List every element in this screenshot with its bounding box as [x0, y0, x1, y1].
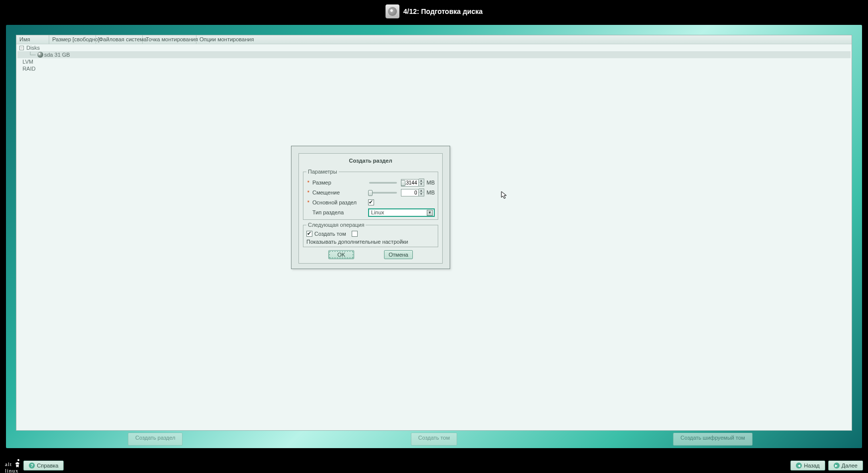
- params-legend: Параметры: [306, 169, 339, 175]
- tree-node-sda[interactable]: sda 31 GB: [17, 51, 851, 58]
- table-header-row: Имя Размер [свободно] Файловая система Т…: [16, 35, 852, 44]
- create-partition-button[interactable]: Создать раздел: [128, 433, 183, 446]
- next-op-legend: Следующая операция: [306, 222, 366, 228]
- chevron-down-icon[interactable]: ▼: [427, 210, 433, 216]
- type-value: Linux: [371, 209, 384, 215]
- cancel-button[interactable]: Отмена: [384, 250, 412, 259]
- back-label: Назад: [804, 463, 820, 469]
- required-mark: *: [306, 189, 310, 195]
- slider-track: [369, 182, 397, 184]
- offset-label: Смещение: [312, 189, 366, 195]
- create-volume-label: Создать том: [314, 231, 346, 237]
- create-volume-button[interactable]: Создать том: [411, 433, 457, 446]
- size-unit: MB: [427, 180, 435, 186]
- col-mountopts[interactable]: Опции монтирования: [196, 35, 852, 44]
- page-header: 4/12: Подготовка диска: [0, 0, 868, 22]
- next-label: Далее: [842, 463, 858, 469]
- offset-unit: MB: [427, 189, 435, 195]
- altlinux-logo: alt linux: [5, 458, 20, 473]
- ok-button[interactable]: OK: [328, 250, 354, 259]
- row-type: * Тип раздела Linux ▼: [306, 207, 435, 217]
- tree-node-disks[interactable]: − Disks: [17, 44, 851, 51]
- row-primary: * Основной раздел: [306, 197, 435, 207]
- primary-label: Основной раздел: [312, 199, 366, 205]
- primary-checkbox[interactable]: [368, 199, 374, 205]
- params-fieldset: Параметры * Размер ▴ ▾ MB *: [303, 169, 438, 220]
- disk-icon: [386, 4, 399, 18]
- page-title: 4/12: Подготовка диска: [403, 7, 483, 15]
- dialog-inner: Создать раздел Параметры * Размер ▴ ▾ MB: [298, 153, 443, 264]
- dialog-buttons: OK Отмена: [299, 250, 442, 259]
- footer-right: ◂ Назад ▸ Далее: [790, 461, 863, 471]
- type-label: Тип раздела: [312, 209, 366, 215]
- footer-left: alt linux ? Справка: [5, 458, 64, 473]
- back-button[interactable]: ◂ Назад: [790, 461, 825, 471]
- frame-actions: Создать раздел Создать том Создать шифру…: [16, 433, 852, 446]
- row-offset: * Смещение ▴ ▾ MB: [306, 188, 435, 197]
- create-partition-dialog: Создать раздел Параметры * Размер ▴ ▾ MB: [291, 146, 450, 269]
- offset-slider[interactable]: [368, 189, 398, 196]
- slider-thumb[interactable]: [401, 180, 405, 186]
- tree-label-disks: Disks: [26, 45, 40, 51]
- col-mountpoint[interactable]: Точка монтирования: [143, 35, 196, 44]
- help-label: Справка: [37, 463, 58, 469]
- tree-label-raid: RAID: [22, 66, 35, 72]
- next-op-fieldset: Следующая операция Создать том Показыват…: [303, 222, 438, 247]
- tree-node-raid[interactable]: RAID: [17, 65, 851, 72]
- required-mark: *: [306, 180, 310, 186]
- required-mark: *: [306, 199, 310, 205]
- help-button[interactable]: ? Справка: [23, 461, 64, 471]
- tree-node-lvm[interactable]: LVM: [17, 58, 851, 65]
- disk-node-icon: [37, 52, 43, 58]
- size-slider[interactable]: [368, 179, 398, 186]
- col-size[interactable]: Размер [свободно]: [49, 35, 96, 44]
- size-spin-buttons: ▴ ▾: [419, 179, 424, 187]
- help-icon: ?: [29, 463, 35, 469]
- col-name[interactable]: Имя: [16, 35, 49, 44]
- tree-label-lvm: LVM: [22, 59, 33, 65]
- size-spin-down[interactable]: ▾: [419, 183, 424, 186]
- row-size: * Размер ▴ ▾ MB: [306, 178, 435, 188]
- tree-label-sda: sda 31 GB: [44, 52, 70, 58]
- show-advanced-checkbox[interactable]: [352, 231, 358, 237]
- disk-tree[interactable]: − Disks sda 31 GB LVM RAID: [16, 44, 852, 72]
- size-label: Размер: [312, 180, 366, 186]
- offset-spin: ▴ ▾: [401, 189, 424, 196]
- slider-track: [369, 192, 397, 193]
- create-volume-checkbox[interactable]: [306, 231, 312, 237]
- slider-thumb[interactable]: [368, 190, 373, 196]
- offset-input[interactable]: [401, 189, 419, 196]
- offset-spin-down[interactable]: ▾: [419, 192, 424, 196]
- footer: alt linux ? Справка ◂ Назад ▸ Далее: [0, 458, 868, 473]
- arrow-left-icon: ◂: [796, 463, 802, 469]
- arrow-right-icon: ▸: [834, 463, 840, 469]
- col-filesystem[interactable]: Файловая система: [96, 35, 143, 44]
- show-advanced-label: Показывать дополнительные настройки: [306, 239, 408, 245]
- next-button[interactable]: ▸ Далее: [828, 461, 863, 471]
- create-encrypted-button[interactable]: Создать шифруемый том: [673, 433, 753, 446]
- dialog-title: Создать раздел: [299, 154, 442, 167]
- type-select[interactable]: Linux ▼: [368, 208, 435, 217]
- offset-spin-buttons: ▴ ▾: [419, 189, 424, 196]
- expander-icon[interactable]: −: [19, 46, 24, 50]
